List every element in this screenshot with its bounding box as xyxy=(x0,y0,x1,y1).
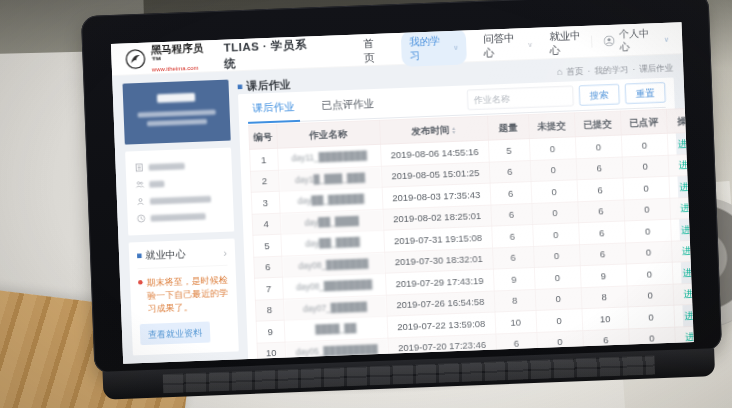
cell-reviewed: 0 xyxy=(622,155,669,178)
system-title: TLIAS · 学员系统 xyxy=(223,36,319,71)
info-value-blurred xyxy=(149,180,164,187)
breadcrumb-my-learning[interactable]: 我的学习 xyxy=(594,63,628,76)
class-info-blurred xyxy=(138,110,216,118)
menu-item-employment-center[interactable]: 就业中心 xyxy=(549,27,592,57)
cell-question-count: 6 xyxy=(489,160,531,183)
breadcrumb-current: 课后作业 xyxy=(639,61,673,74)
enter-link[interactable]: 进入 xyxy=(679,159,694,170)
cell-submitted: 0 xyxy=(575,135,622,158)
employment-notice: 期末将至，是时候检验一下自己最近的学习成果了。 xyxy=(138,266,230,317)
cell-not-submitted: 0 xyxy=(532,202,579,225)
col-header-reviewed: 已点评 xyxy=(620,109,667,135)
blue-square-icon xyxy=(137,254,142,259)
cell-submitted: 6 xyxy=(578,221,625,244)
homework-table: 编号 作业名称 发布时间▲▼ 题量 未提交 已提交 已点评 xyxy=(248,107,694,364)
breadcrumb-separator: · xyxy=(587,65,590,75)
logo-text: 黑马程序员™ www.itheima.com xyxy=(151,41,215,72)
sidebar: 就业中心 › 期末将至，是时候检验一下自己最近的学习成果了。 查看就业资料 xyxy=(122,80,238,356)
sort-icon[interactable]: ▲▼ xyxy=(451,126,456,133)
home-icon: ⌂ xyxy=(557,66,563,77)
users-icon xyxy=(135,180,144,189)
tab-reviewed-homework[interactable]: 已点评作业 xyxy=(316,89,380,120)
user-menu[interactable]: 个人中心 ∨ xyxy=(591,25,670,55)
enter-link[interactable]: 进入 xyxy=(680,202,694,213)
student-info-card xyxy=(125,148,234,236)
col-header-time-label: 发布时间 xyxy=(411,124,449,136)
itheima-logo[interactable]: 黑马程序员™ www.itheima.com xyxy=(124,41,214,73)
cell-no: 5 xyxy=(253,234,282,257)
col-header-not-submitted: 未提交 xyxy=(528,113,575,139)
homework-panel: 课后作业 已点评作业 搜索 重置 xyxy=(238,77,685,363)
col-header-total: 题量 xyxy=(487,114,529,140)
col-header-no: 编号 xyxy=(248,124,277,150)
cell-no: 10 xyxy=(257,342,286,364)
cell-not-submitted: 0 xyxy=(530,159,577,182)
cell-reviewed: 0 xyxy=(621,134,668,157)
menu-item-home[interactable]: 首页 xyxy=(363,35,385,64)
cell-no: 7 xyxy=(254,277,283,300)
breadcrumb: ⌂ 首页 · 我的学习 · 课后作业 xyxy=(557,61,674,77)
content-area: 就业中心 › 期末将至，是时候检验一下自己最近的学习成果了。 查看就业资料 xyxy=(112,54,694,364)
cell-not-submitted: 0 xyxy=(531,180,578,203)
chevron-down-icon: ∨ xyxy=(664,34,669,42)
main-panel: 课后作业 ⌂ 首页 · 我的学习 · 课后作业 xyxy=(237,62,683,351)
enter-link[interactable]: 进入 xyxy=(678,138,694,149)
menu-label: 就业中心 xyxy=(549,27,592,57)
cell-reviewed: 0 xyxy=(624,198,671,221)
cell-reviewed: 0 xyxy=(629,327,676,350)
cell-reviewed: 0 xyxy=(626,262,673,285)
cell-no: 6 xyxy=(253,256,282,279)
chevron-down-icon: ∨ xyxy=(527,40,532,48)
clock-icon xyxy=(137,214,146,223)
col-header-action: 操作 xyxy=(666,108,694,134)
search-button[interactable]: 搜索 xyxy=(579,84,620,106)
user-menu-label: 个人中心 xyxy=(619,25,660,53)
col-header-submitted: 已提交 xyxy=(574,111,621,137)
cell-submitted: 6 xyxy=(577,178,624,201)
search-box: 搜索 重置 xyxy=(467,82,666,110)
enter-link[interactable]: 进入 xyxy=(684,288,694,299)
cell-not-submitted: 0 xyxy=(533,244,580,267)
cell-not-submitted: 0 xyxy=(534,266,581,289)
enter-link[interactable]: 进入 xyxy=(684,310,693,321)
student-profile-card xyxy=(122,80,230,145)
cell-reviewed: 0 xyxy=(623,176,670,199)
enter-link[interactable]: 进入 xyxy=(685,331,694,342)
tab-label: 课后作业 xyxy=(252,100,295,116)
menu-item-my-learning[interactable]: 我的学习 ∨ xyxy=(401,28,467,66)
cell-submitted: 9 xyxy=(580,264,627,287)
blue-square-icon xyxy=(238,84,243,89)
cell-reviewed: 0 xyxy=(625,241,672,264)
cell-not-submitted: 0 xyxy=(537,330,584,353)
tab-homework[interactable]: 课后作业 xyxy=(247,92,300,123)
info-value-blurred xyxy=(151,213,206,222)
homework-name-input[interactable] xyxy=(467,86,574,110)
enter-link[interactable]: 进入 xyxy=(679,181,693,192)
laptop-bezel: 黑马程序员™ www.itheima.com TLIAS · 学员系统 首页 我… xyxy=(81,0,722,374)
enter-link[interactable]: 进入 xyxy=(682,245,694,256)
reset-button[interactable]: 重置 xyxy=(625,82,666,104)
menu-item-qa-center[interactable]: 问答中心 ∨ xyxy=(483,30,533,60)
employment-center-card: 就业中心 › 期末将至，是时候检验一下自己最近的学习成果了。 查看就业资料 xyxy=(129,238,239,355)
cell-not-submitted: 0 xyxy=(536,309,583,332)
view-employment-info-button[interactable]: 查看就业资料 xyxy=(140,321,211,345)
cell-question-count: 5 xyxy=(488,139,530,162)
user-avatar-icon xyxy=(603,35,614,46)
cell-name-blurred: day05_█████████ xyxy=(285,338,389,363)
cell-question-count: 6 xyxy=(491,203,533,226)
tlias-app-window: 黑马程序员™ www.itheima.com TLIAS · 学员系统 首页 我… xyxy=(111,22,694,364)
cell-reviewed: 0 xyxy=(628,305,675,328)
cell-no: 8 xyxy=(255,299,284,322)
cell-no: 1 xyxy=(249,149,278,172)
cell-no: 3 xyxy=(251,191,280,214)
cell-no: 2 xyxy=(250,170,279,193)
red-dot-icon xyxy=(138,280,143,285)
cell-publish-time: 2019-07-20 17:23:46 xyxy=(388,334,497,360)
chevron-right-icon[interactable]: › xyxy=(223,246,227,259)
info-row-enroll-time xyxy=(136,207,225,227)
breadcrumb-home[interactable]: 首页 xyxy=(566,65,583,77)
cell-not-submitted: 0 xyxy=(535,287,582,310)
enter-link[interactable]: 进入 xyxy=(683,267,694,278)
enter-link[interactable]: 进入 xyxy=(681,224,694,235)
cell-no: 9 xyxy=(256,320,285,343)
